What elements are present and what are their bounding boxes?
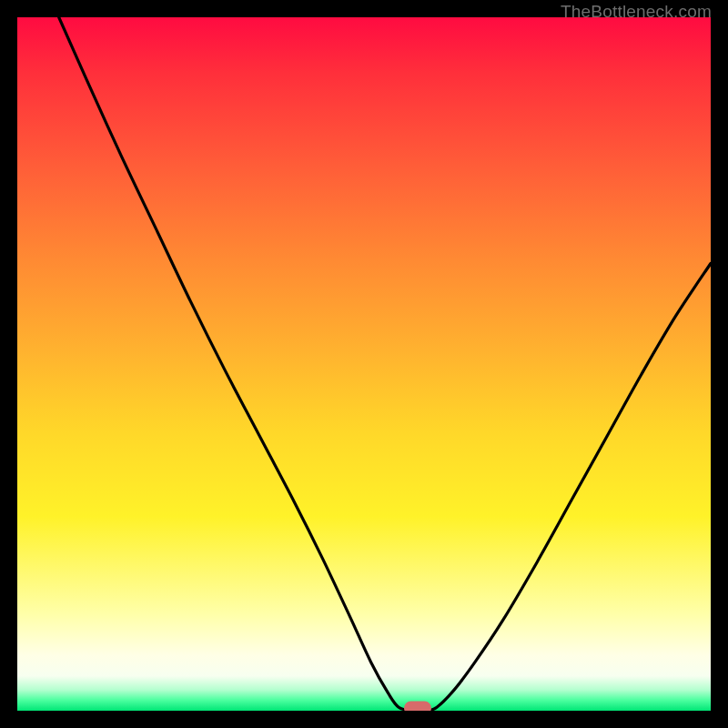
chart-frame: TheBottleneck.com [0, 0, 728, 728]
plot-area [17, 17, 711, 711]
bottleneck-curve [17, 17, 711, 711]
optimal-point-marker [404, 701, 431, 711]
